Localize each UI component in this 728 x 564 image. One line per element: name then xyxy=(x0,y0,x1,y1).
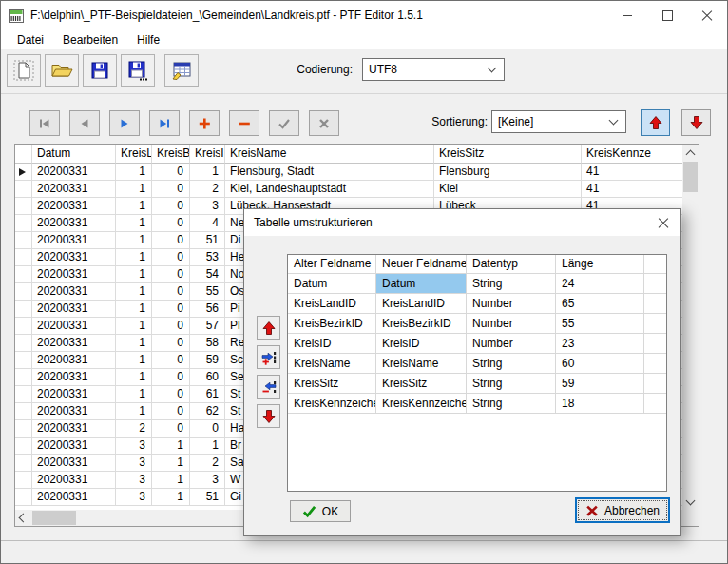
cell[interactable]: 20200331 xyxy=(32,198,116,215)
column-header[interactable]: Datum xyxy=(32,145,116,164)
column-header[interactable]: KreisName xyxy=(225,145,434,164)
cell[interactable]: 20200331 xyxy=(32,403,116,420)
cell[interactable]: 1 xyxy=(116,335,152,352)
codierung-combobox[interactable]: UTF8 xyxy=(362,58,505,81)
cell[interactable]: 20200331 xyxy=(32,420,116,438)
insert-field-button[interactable] xyxy=(257,345,280,369)
cell[interactable]: KreisKennzeichen xyxy=(288,394,376,414)
maximize-button[interactable] xyxy=(647,1,687,29)
cell[interactable]: KreisKennzeichen xyxy=(376,394,467,414)
dialog-close-button[interactable] xyxy=(646,209,680,236)
cell[interactable]: 20200331 xyxy=(32,283,116,301)
sort-descending-button[interactable] xyxy=(681,109,711,136)
cell[interactable]: 18 xyxy=(556,394,644,414)
cell[interactable]: 0 xyxy=(190,420,225,438)
cell[interactable]: 20200331 xyxy=(32,232,116,249)
field-row[interactable]: DatumDatumString24 xyxy=(288,274,666,294)
cell[interactable]: KreisName xyxy=(288,354,376,374)
cell[interactable]: String xyxy=(467,374,556,394)
remove-field-button[interactable] xyxy=(257,375,280,399)
horizontal-scroll-thumb[interactable] xyxy=(32,511,76,525)
field-row[interactable]: KreisLandIDKreisLandIDNumber65 xyxy=(288,294,666,314)
cell[interactable]: Flensburg xyxy=(434,164,582,181)
cell[interactable]: 0 xyxy=(152,249,190,266)
cell[interactable]: Kiel xyxy=(434,181,582,198)
cell[interactable]: 0 xyxy=(152,283,190,301)
cell[interactable]: 1 xyxy=(116,266,152,283)
field-row[interactable]: KreisKennzeichenKreisKennzeichenString18 xyxy=(288,394,666,414)
column-header[interactable]: KreisLa xyxy=(116,145,152,164)
cell[interactable]: Number xyxy=(467,334,556,354)
cell[interactable]: 0 xyxy=(152,215,190,232)
cell[interactable]: 1 xyxy=(152,438,190,455)
cell[interactable]: 1 xyxy=(152,472,190,489)
table-row[interactable]: 20200331101Flensburg, StadtFlensburg41 xyxy=(15,164,682,181)
cell[interactable]: 60 xyxy=(556,354,644,374)
cell[interactable]: 20200331 xyxy=(32,164,116,181)
save-as-button[interactable] xyxy=(121,54,155,87)
column-header[interactable]: KreisSitz xyxy=(434,145,582,164)
cell[interactable]: 55 xyxy=(190,283,225,301)
cell[interactable]: 1 xyxy=(190,164,225,181)
vertical-scrollbar[interactable] xyxy=(682,145,699,510)
cell[interactable]: KreisSitz xyxy=(376,374,467,394)
cell[interactable]: KreisBezirkID xyxy=(288,314,376,334)
cell[interactable]: 58 xyxy=(190,335,225,352)
cell[interactable]: 20200331 xyxy=(32,352,116,369)
column-header[interactable]: KreisKennze xyxy=(582,145,682,164)
table-row[interactable]: 20200331102Kiel, LandeshauptstadtKiel41 xyxy=(15,181,682,198)
cell[interactable]: 1 xyxy=(152,489,190,506)
menu-datei[interactable]: Datei xyxy=(8,31,53,49)
insert-record-button[interactable] xyxy=(189,110,220,136)
cell[interactable]: 1 xyxy=(116,352,152,369)
cell[interactable]: 54 xyxy=(190,266,225,283)
cell[interactable]: 20200331 xyxy=(32,386,116,403)
cell[interactable]: 51 xyxy=(190,489,225,506)
cell[interactable]: Flensburg, Stadt xyxy=(225,164,434,181)
selected-cell[interactable]: Datum xyxy=(376,274,467,294)
cell[interactable]: Number xyxy=(467,294,556,314)
cell[interactable]: 1 xyxy=(116,215,152,232)
cell[interactable]: 20200331 xyxy=(32,438,116,455)
cell[interactable]: KreisLandID xyxy=(288,294,376,314)
cell[interactable]: 20200331 xyxy=(32,249,116,266)
scroll-left-arrow[interactable] xyxy=(15,510,31,526)
cell[interactable]: Kiel, Landeshauptstadt xyxy=(225,181,434,198)
cell[interactable]: 0 xyxy=(152,232,190,249)
ok-button[interactable]: OK xyxy=(290,500,351,522)
sortierung-combobox[interactable]: [Keine] xyxy=(491,110,626,133)
move-field-up-button[interactable] xyxy=(257,316,280,340)
cell[interactable]: KreisID xyxy=(376,334,467,354)
cell[interactable]: 20200331 xyxy=(32,335,116,352)
cell[interactable]: 20200331 xyxy=(32,215,116,232)
cell[interactable]: 0 xyxy=(152,352,190,369)
cell[interactable]: 3 xyxy=(116,438,152,455)
minimize-button[interactable] xyxy=(607,1,647,29)
cell[interactable]: 0 xyxy=(152,198,190,215)
cell[interactable]: 1 xyxy=(190,438,225,455)
cell[interactable]: 55 xyxy=(556,314,644,334)
delete-record-button[interactable] xyxy=(229,110,259,136)
cell[interactable]: 61 xyxy=(190,386,225,403)
cell[interactable]: 1 xyxy=(116,403,152,420)
save-button[interactable] xyxy=(83,54,117,87)
cell[interactable]: 57 xyxy=(190,318,225,335)
cell[interactable]: KreisID xyxy=(288,334,376,354)
new-file-button[interactable] xyxy=(7,54,41,87)
cell[interactable]: KreisSitz xyxy=(288,374,376,394)
cell[interactable]: 20200331 xyxy=(32,472,116,489)
column-header[interactable]: KreisBe xyxy=(152,145,190,164)
cell[interactable]: 20200331 xyxy=(32,489,116,506)
cell[interactable]: 3 xyxy=(190,198,225,215)
scroll-down-arrow[interactable] xyxy=(682,494,699,510)
post-edit-button[interactable] xyxy=(269,110,299,136)
field-row[interactable]: KreisNameKreisNameString60 xyxy=(288,354,666,374)
cell[interactable]: 41 xyxy=(582,164,682,181)
cell[interactable]: 0 xyxy=(152,164,190,181)
cell[interactable]: 1 xyxy=(152,455,190,472)
vertical-scroll-thumb[interactable] xyxy=(683,162,698,192)
cell[interactable]: 0 xyxy=(152,301,190,318)
cell[interactable]: 2 xyxy=(190,455,225,472)
restructure-table-button[interactable] xyxy=(164,54,199,87)
field-row[interactable]: KreisBezirkIDKreisBezirkIDNumber55 xyxy=(288,314,666,334)
